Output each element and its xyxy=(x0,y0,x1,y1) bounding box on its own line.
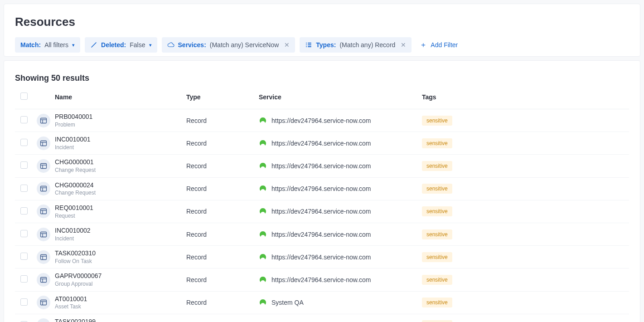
filter-chip-match[interactable]: Match: All filters ▾ xyxy=(15,37,80,53)
column-header-tags[interactable]: Tags xyxy=(418,85,629,109)
row-subtitle: Change Request xyxy=(55,190,179,196)
list-icon xyxy=(305,41,312,49)
tag-sensitive: sensitive xyxy=(422,161,452,171)
row-type: Record xyxy=(183,268,255,291)
row-service: https://dev247964.service-now.com xyxy=(271,208,371,215)
results-table: Name Type Service Tags PRB0040001 Proble… xyxy=(15,85,629,322)
tag-sensitive: sensitive xyxy=(422,206,452,216)
row-type: Record xyxy=(183,177,255,200)
row-checkbox[interactable] xyxy=(20,298,28,306)
record-icon xyxy=(37,114,50,127)
filter-bar: Match: All filters ▾ Deleted: False ▾ Se… xyxy=(15,37,629,53)
row-type: Record xyxy=(183,291,255,314)
row-subtitle: Request xyxy=(55,213,179,219)
svg-line-0 xyxy=(92,43,96,47)
row-type: Record xyxy=(183,132,255,155)
table-row[interactable]: INC0010001 Incident Record https://dev24… xyxy=(15,132,629,155)
row-subtitle: Asset Task xyxy=(55,303,179,310)
tag-sensitive: sensitive xyxy=(422,138,452,148)
table-row[interactable]: TASK0020199 Guidance Task Record System … xyxy=(15,314,629,322)
row-checkbox[interactable] xyxy=(20,139,28,146)
record-icon xyxy=(37,137,50,150)
row-service: https://dev247964.service-now.com xyxy=(271,162,371,170)
column-header-service[interactable]: Service xyxy=(255,85,418,109)
close-icon[interactable]: ✕ xyxy=(401,41,406,49)
record-icon xyxy=(37,228,50,241)
service-icon xyxy=(259,230,267,239)
table-row[interactable]: PRB0040001 Problem Record https://dev247… xyxy=(15,109,629,132)
svg-rect-2 xyxy=(308,43,311,44)
service-icon xyxy=(259,276,267,284)
record-icon xyxy=(37,205,50,218)
row-checkbox[interactable] xyxy=(20,185,28,192)
row-name: REQ0010001 xyxy=(55,204,179,212)
row-subtitle: Incident xyxy=(55,144,179,151)
select-all-checkbox[interactable] xyxy=(20,93,28,100)
row-name: TASK0020199 xyxy=(55,318,179,322)
row-type: Record xyxy=(183,109,255,132)
svg-rect-16 xyxy=(41,186,47,191)
svg-rect-10 xyxy=(41,141,47,146)
tag-sensitive: sensitive xyxy=(422,275,452,285)
row-name: CHG0000001 xyxy=(55,158,179,166)
row-subtitle: Group Approval xyxy=(55,281,179,287)
svg-rect-22 xyxy=(41,232,47,237)
svg-rect-25 xyxy=(41,254,47,259)
row-type: Record xyxy=(183,246,255,268)
row-checkbox[interactable] xyxy=(20,253,28,260)
column-header-type[interactable]: Type xyxy=(183,85,255,109)
row-type: Record xyxy=(183,200,255,223)
column-header-name[interactable]: Name xyxy=(51,85,183,109)
service-icon xyxy=(259,253,267,261)
table-row[interactable]: INC0010002 Incident Record https://dev24… xyxy=(15,223,629,245)
row-service: https://dev247964.service-now.com xyxy=(271,254,371,261)
row-name: TASK0020310 xyxy=(55,249,179,257)
row-service: https://dev247964.service-now.com xyxy=(271,117,371,124)
svg-rect-19 xyxy=(41,209,47,214)
filter-chip-types[interactable]: Types: (Match any) Record ✕ xyxy=(300,37,412,53)
filter-label: Types: xyxy=(316,41,336,49)
close-icon[interactable]: ✕ xyxy=(284,41,290,49)
results-heading: Showing 50 results xyxy=(15,73,629,83)
table-row[interactable]: CHG0000024 Change Request Record https:/… xyxy=(15,177,629,200)
results-panel: Showing 50 results Name Type Service Tag… xyxy=(4,60,640,322)
tag-sensitive: sensitive xyxy=(422,229,452,239)
svg-rect-7 xyxy=(41,118,47,123)
slash-icon xyxy=(90,41,97,49)
service-icon xyxy=(259,117,267,125)
row-type: Record xyxy=(183,155,255,177)
service-icon xyxy=(259,162,267,170)
filter-value: (Match any) ServiceNow xyxy=(210,41,279,49)
add-filter-label: Add Filter xyxy=(431,41,458,49)
table-row[interactable]: TASK0020310 Follow On Task Record https:… xyxy=(15,246,629,268)
table-row[interactable]: GAPRV0000067 Group Approval Record https… xyxy=(15,268,629,291)
row-checkbox[interactable] xyxy=(20,161,28,169)
filters-panel: Resources Match: All filters ▾ Deleted: … xyxy=(4,4,640,57)
filter-value: All filters xyxy=(44,41,68,49)
svg-point-5 xyxy=(306,46,307,47)
table-row[interactable]: CHG0000001 Change Request Record https:/… xyxy=(15,155,629,177)
svg-rect-6 xyxy=(308,46,311,47)
row-checkbox[interactable] xyxy=(20,116,28,123)
table-row[interactable]: AT0010001 Asset Task Record System QA se… xyxy=(15,291,629,314)
tag-sensitive: sensitive xyxy=(422,184,452,194)
row-checkbox[interactable] xyxy=(20,207,28,215)
service-icon xyxy=(259,207,267,215)
row-service: https://dev247964.service-now.com xyxy=(271,140,371,147)
row-service: System QA xyxy=(271,299,304,306)
svg-rect-13 xyxy=(41,163,47,168)
plus-icon: ＋ xyxy=(420,41,427,49)
row-checkbox[interactable] xyxy=(20,275,28,283)
filter-label: Match: xyxy=(20,41,41,49)
row-subtitle: Change Request xyxy=(55,167,179,173)
service-icon xyxy=(259,139,267,147)
filter-chip-deleted[interactable]: Deleted: False ▾ xyxy=(85,37,157,53)
record-icon xyxy=(37,296,50,309)
service-icon xyxy=(259,298,267,307)
filter-chip-services[interactable]: Services: (Match any) ServiceNow ✕ xyxy=(162,37,295,53)
table-row[interactable]: REQ0010001 Request Record https://dev247… xyxy=(15,200,629,223)
row-service: https://dev247964.service-now.com xyxy=(271,276,371,283)
tag-sensitive: sensitive xyxy=(422,320,452,322)
add-filter-button[interactable]: ＋ Add Filter xyxy=(416,37,461,53)
row-checkbox[interactable] xyxy=(20,230,28,237)
